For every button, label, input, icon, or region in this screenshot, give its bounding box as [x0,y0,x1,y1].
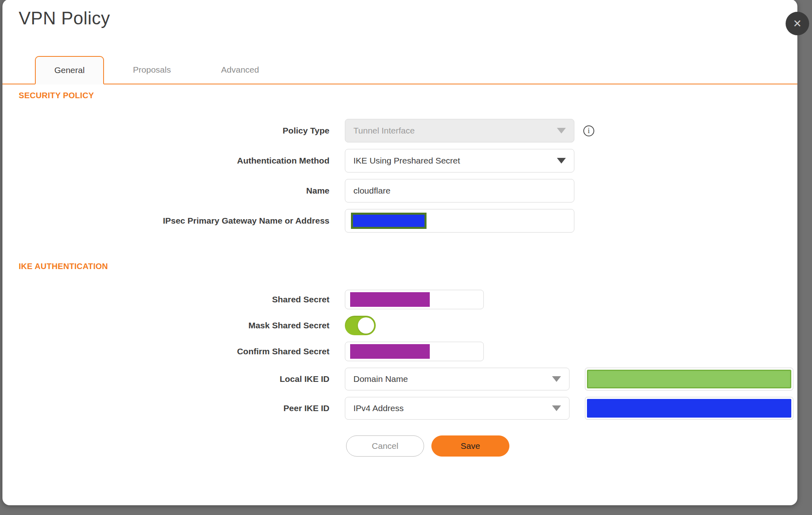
tab-proposals[interactable]: Proposals [117,56,186,84]
chevron-down-icon [552,405,561,411]
peer-ike-id-value: IPv4 Address [353,403,404,413]
policy-type-value: Tunnel Interface [353,126,415,136]
confirm-shared-secret-redaction-block [350,344,430,359]
peer-ike-id-label: Peer IKE ID [19,403,329,413]
info-icon[interactable]: i [583,125,594,136]
chevron-down-icon [552,376,561,382]
policy-type-select: Tunnel Interface [345,119,574,142]
local-ike-id-label: Local IKE ID [19,374,329,384]
ike-authentication-heading: IKE AUTHENTICATION [19,262,782,271]
auth-method-select[interactable]: IKE Using Preshared Secret [345,149,574,172]
peer-ike-id-select[interactable]: IPv4 Address [345,397,569,420]
page-title: VPN Policy [19,8,110,28]
gateway-input[interactable] [345,209,574,233]
auth-method-value: IKE Using Preshared Secret [353,156,460,166]
policy-type-row: Policy Type Tunnel Interface i [19,119,782,142]
confirm-shared-secret-input[interactable] [345,342,484,361]
tab-general[interactable]: General [35,56,104,84]
peer-ike-id-redaction-block [587,399,791,418]
shared-secret-input[interactable] [345,290,484,309]
name-row: Name cloudflare [19,179,782,203]
auth-method-label: Authentication Method [19,156,329,166]
confirm-shared-secret-label: Confirm Shared Secret [19,347,329,356]
name-label: Name [19,186,329,196]
mask-shared-secret-toggle[interactable] [345,316,376,335]
local-ike-id-redaction-block [587,370,791,388]
gateway-label: IPsec Primary Gateway Name or Address [19,216,329,226]
security-policy-heading: SECURITY POLICY [19,91,782,100]
chevron-down-icon [557,128,566,134]
cancel-button[interactable]: Cancel [346,435,424,457]
shared-secret-label: Shared Secret [19,295,329,304]
local-ike-id-input[interactable] [585,368,793,390]
shared-secret-redaction-block [350,292,430,307]
dialog-actions: Cancel Save [346,435,782,457]
name-input[interactable]: cloudflare [345,179,574,203]
local-ike-id-row: Local IKE ID Domain Name [19,368,782,390]
save-button[interactable]: Save [431,435,509,457]
close-icon[interactable]: ✕ [786,12,809,35]
policy-type-label: Policy Type [19,126,329,136]
mask-shared-secret-row: Mask Shared Secret [19,316,782,335]
local-ike-id-select[interactable]: Domain Name [345,368,569,390]
confirm-shared-secret-row: Confirm Shared Secret [19,342,782,361]
gateway-row: IPsec Primary Gateway Name or Address [19,209,782,233]
vpn-policy-dialog: VPN Policy General Proposals Advanced SE… [2,0,797,505]
name-value: cloudflare [353,186,390,196]
peer-ike-id-input[interactable] [585,397,793,420]
local-ike-id-value: Domain Name [353,374,408,384]
chevron-down-icon [557,158,566,164]
shared-secret-row: Shared Secret [19,290,782,309]
toggle-knob [358,317,374,334]
auth-method-row: Authentication Method IKE Using Preshare… [19,149,782,172]
tab-advanced[interactable]: Advanced [206,56,275,84]
tab-bar: General Proposals Advanced [2,56,797,84]
tab-panel-general: SECURITY POLICY Policy Type Tunnel Inter… [19,91,782,457]
mask-shared-secret-label: Mask Shared Secret [19,321,329,330]
peer-ike-id-row: Peer IKE ID IPv4 Address [19,397,782,420]
gateway-redaction-block [351,213,427,229]
